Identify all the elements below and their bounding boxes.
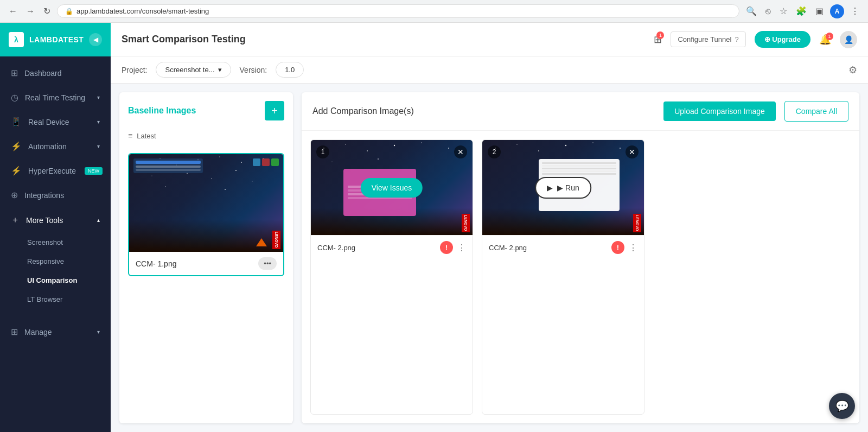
play-icon: ▶ xyxy=(547,183,553,192)
svg-point-16 xyxy=(367,150,368,151)
add-baseline-button[interactable]: + xyxy=(265,101,284,120)
real-time-icon: ◷ xyxy=(11,92,18,103)
sidebar: λ LAMBDATEST ◀ ⊞ Dashboard ◷ Real Time T… xyxy=(0,23,111,432)
share-icon[interactable]: ⎋ xyxy=(763,4,773,18)
svg-point-10 xyxy=(235,170,237,171)
baseline-content: LENOVO CCM- 1.png ••• xyxy=(119,147,293,423)
more-options-icon-2[interactable]: ⋮ xyxy=(629,243,637,253)
upgrade-button[interactable]: ⊕ Upgrade xyxy=(755,31,810,48)
baseline-filter: ≡ Latest xyxy=(119,127,293,147)
chevron-down-icon: ▾ xyxy=(97,94,100,100)
filter-icon: ≡ xyxy=(128,131,132,140)
automation-icon: ⚡ xyxy=(11,141,22,151)
lenovo-watermark-1: LENOVO xyxy=(462,214,470,232)
sidebar-sub-item-lt-browser[interactable]: LT Browser xyxy=(0,290,111,309)
alert-icon-1: ! xyxy=(440,241,453,254)
sidebar-sub-item-screenshot[interactable]: Screenshot xyxy=(0,233,111,252)
svg-point-11 xyxy=(252,181,252,181)
sidebar-item-label: More Tools xyxy=(26,216,63,225)
forward-button[interactable]: → xyxy=(24,4,37,18)
address-bar[interactable]: 🔒 app.lambdatest.com/console/smart-testi… xyxy=(57,4,739,18)
lenovo-badge: LENOVO xyxy=(272,231,280,249)
close-image-1-button[interactable]: ✕ xyxy=(454,145,467,158)
sidebar-toggle[interactable]: ◀ xyxy=(89,33,102,46)
baseline-panel: Baseline Images + ≡ Latest xyxy=(119,92,293,423)
sidebar-item-integrations[interactable]: ⊕ Integrations xyxy=(0,183,111,207)
project-selector[interactable]: Screenshot te... ▾ xyxy=(156,62,231,78)
svg-point-4 xyxy=(219,156,220,157)
real-device-icon: 📱 xyxy=(11,117,22,127)
sidebar-header: λ LAMBDATEST ◀ xyxy=(0,23,111,56)
comparison-title: Add Comparison Image(s) xyxy=(312,106,655,116)
version-label: Version: xyxy=(240,66,267,74)
new-badge: NEW xyxy=(85,167,103,175)
sidebar-item-real-device[interactable]: 📱 Real Device ▾ xyxy=(0,110,111,134)
extensions-icon[interactable]: 🧩 xyxy=(794,4,809,18)
top-bar: Smart Comparison Testing ⊞ 1 Configure T… xyxy=(111,23,868,56)
browser-chrome: ← → ↻ 🔒 app.lambdatest.com/console/smart… xyxy=(0,0,868,23)
svg-point-27 xyxy=(620,148,621,149)
sidebar-sub-item-ui-comparison[interactable]: UI Comparison xyxy=(0,271,111,290)
sidebar-item-hyperexecute[interactable]: ⚡ HyperExecute NEW xyxy=(0,158,111,183)
sidebar-item-manage[interactable]: ⊞ Manage ▾ xyxy=(0,320,111,344)
sidebar-logo: λ LAMBDATEST xyxy=(9,32,84,47)
svg-point-25 xyxy=(565,145,566,146)
comp-filename-1: CCM- 2.png xyxy=(317,244,436,252)
baseline-image-card[interactable]: LENOVO CCM- 1.png ••• xyxy=(128,153,284,276)
main-content: Baseline Images + ≡ Latest xyxy=(111,84,868,432)
search-icon[interactable]: 🔍 xyxy=(744,4,759,18)
view-issues-button[interactable]: View Issues xyxy=(361,178,423,198)
user-avatar[interactable]: A xyxy=(830,4,844,18)
configure-tunnel-button[interactable]: Configure Tunnel ? xyxy=(671,31,745,47)
settings-icon[interactable]: ⚙ xyxy=(848,64,857,76)
logo-icon: λ xyxy=(9,32,24,47)
sidebar-nav: ⊞ Dashboard ◷ Real Time Testing ▾ 📱 Real… xyxy=(0,56,111,432)
svg-point-9 xyxy=(211,178,212,179)
more-options-icon-1[interactable]: ⋮ xyxy=(457,243,466,253)
comparison-image-card-1: 1 ✕ xyxy=(310,139,473,415)
back-button[interactable]: ← xyxy=(7,4,20,18)
sidebar-item-dashboard[interactable]: ⊞ Dashboard xyxy=(0,61,111,85)
svg-point-26 xyxy=(592,142,593,143)
version-selector[interactable]: 1.0 xyxy=(276,62,304,78)
app-container: λ LAMBDATEST ◀ ⊞ Dashboard ◷ Real Time T… xyxy=(0,23,868,432)
chevron-down-icon: ▾ xyxy=(97,143,100,149)
project-label: Project: xyxy=(122,66,147,74)
sidebar-item-automation[interactable]: ⚡ Automation ▾ xyxy=(0,134,111,158)
close-image-2-button[interactable]: ✕ xyxy=(626,145,639,158)
grid-icon[interactable]: ⊞ 1 xyxy=(654,34,662,46)
svg-point-17 xyxy=(394,145,395,146)
refresh-button[interactable]: ↻ xyxy=(41,4,53,18)
bookmark-icon[interactable]: ☆ xyxy=(777,4,789,18)
compare-all-button[interactable]: Compare All xyxy=(784,101,848,122)
sidebar-sub-item-responsive[interactable]: Responsive xyxy=(0,252,111,271)
alert-icon-2: ! xyxy=(611,241,624,254)
menu-icon[interactable]: ⋮ xyxy=(848,4,861,18)
svg-point-7 xyxy=(151,175,152,176)
hyperexecute-icon: ⚡ xyxy=(11,166,22,176)
chevron-down-icon: ▾ xyxy=(97,119,100,125)
upload-comparison-button[interactable]: Upload Comparison Image xyxy=(663,101,776,121)
svg-point-13 xyxy=(225,189,226,190)
user-profile-icon[interactable]: 👤 xyxy=(840,31,857,48)
baseline-image-filename: CCM- 1.png ••• xyxy=(129,252,283,275)
comparison-panel: Add Comparison Image(s) Upload Compariso… xyxy=(302,92,859,423)
more-options-button[interactable]: ••• xyxy=(258,257,277,270)
sidebar-item-label: HyperExecute xyxy=(28,167,76,175)
svg-point-24 xyxy=(538,150,539,151)
chat-button[interactable]: 💬 xyxy=(829,393,855,419)
svg-point-21 xyxy=(378,158,379,160)
top-bar-right: ⊞ 1 Configure Tunnel ? ⊕ Upgrade 🔔 1 👤 xyxy=(654,31,857,48)
window-icon[interactable]: ▣ xyxy=(813,4,826,18)
comp-footer-2: CCM- 2.png ! ⋮ xyxy=(482,235,644,259)
sidebar-item-label: Dashboard xyxy=(24,69,62,78)
sidebar-item-more-tools[interactable]: ＋ More Tools ▴ xyxy=(0,207,111,233)
chevron-up-icon: ▴ xyxy=(97,217,100,223)
image-number-2: 2 xyxy=(488,145,501,158)
notification-bell[interactable]: 🔔 1 xyxy=(819,34,831,46)
run-button[interactable]: ▶ ▶ Run xyxy=(535,177,591,199)
sidebar-item-real-time-testing[interactable]: ◷ Real Time Testing ▾ xyxy=(0,85,111,110)
comparison-header: Add Comparison Image(s) Upload Compariso… xyxy=(302,92,859,131)
mountain-bg-2 xyxy=(482,208,644,235)
baseline-title: Baseline Images xyxy=(128,106,196,116)
